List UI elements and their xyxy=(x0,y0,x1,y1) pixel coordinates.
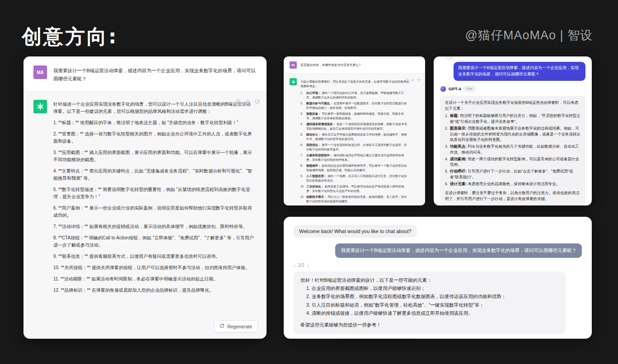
list-item: 2. 图形展示: 用图形或者图像来直观地展示业务数字化的过程或结果。例如，可以画… xyxy=(445,126,581,143)
list-item: 6. **用户案例：** 展示一些企业或行业的实际案例，说明应用是如何帮助他们实… xyxy=(53,205,254,219)
list-item: 6. 设计元素: 考虑使用企业的品牌颜色，保持整体设计简洁而专业。 xyxy=(445,181,581,187)
chatgpt-large-panel: MA 我需要设计一个B端运营活动弹窗，描述内容为一个企业应用，实现业务数字化的场… xyxy=(23,56,267,339)
user-message-row: MA 我需要设计一个B端运营活动弹窗，描述内容为一个企业应用，实现业务数字化的场… xyxy=(23,56,267,91)
refresh-icon xyxy=(220,323,225,329)
bottom-chat-panel: Welcome back! What would you like to cha… xyxy=(284,217,592,339)
list-item: 4. 清晰的按钮或链接，以便用户能够快速了解更多信息或立即开始使用该应用。 xyxy=(300,309,559,317)
list-item: 10. 工业自动化： 如果涉及工业领域，可以展示自动化生产线或机器人操作的场景，… xyxy=(300,184,410,194)
assistant-intro: 针对描述一个企业应用实现业务数字化的场景，您可以设计一个引人注目且信息清晰的B端… xyxy=(53,101,254,115)
response-pagination: ‹ 2/2 › xyxy=(294,263,582,268)
page-title: 创意方向: xyxy=(22,23,118,50)
copy-icon[interactable] xyxy=(235,99,241,105)
list-item: 3. 智能设备： 可以展示一些智能设备，如物联网传感器、智能手机、智能手表等，强… xyxy=(300,112,410,121)
regenerate-button[interactable]: Regenerate xyxy=(214,320,258,332)
list-item: 4. **主要特点：** 突出应用的关键特点，比如 "无缝集成各业务流程"、"实… xyxy=(53,168,254,182)
thumbs-up-icon[interactable] xyxy=(411,78,415,82)
response-closing: 在设计弹窗时，要注意不要过于复杂，以免分散用户的注意力。保持信息的简洁明了，并引… xyxy=(445,190,581,202)
chatgpt-small-panel: MA 背景图的画面，有哪些创意方向或者元素么? 当设计弹窗的背景图时，可以考虑以… xyxy=(284,56,425,205)
list-item: 9. **联系信息：** 提供客服联系方式，以便用户有疑问或需要更多信息时可以咨… xyxy=(53,253,254,260)
list-item: 2. **背景图：** 选择一张与数字化转型相关的图片，例如企业办公环境中工作的… xyxy=(53,131,254,145)
gpt4-bot-avatar-icon xyxy=(440,86,446,92)
bot-header: GPT-4 Poe xyxy=(440,86,585,92)
copy-icon[interactable] xyxy=(405,78,409,82)
search-web-gpt4-button[interactable]: search web and ask GPT-4 xyxy=(336,338,418,339)
list-item: 1. 标题: 简洁明了的标题能够吸引用户的注意力，例如，"开启您的数字化转型之旅… xyxy=(445,113,581,125)
assistant-item-list: 1. 办公环境： 描绘一个现代化的办公环境，员工使用电脑、平板电脑等数字工具，强… xyxy=(300,91,410,204)
response-intro: 您好！针对B端运营活动弹窗的设计，以下是一些可能的元素： xyxy=(300,276,559,284)
assistant-intro: 当设计弹窗的背景图时，可以考虑以下创意方向和元素，以展示与数字化转型相关的场景和… xyxy=(300,79,410,89)
user-message: 背景图的画面，有哪些创意方向或者元素么? xyxy=(300,61,360,69)
list-item: 7. **活动详情：** 如果有相关的促销或活动，展示活动的具体细节，例如优惠折… xyxy=(53,223,254,230)
list-item: 1. **标题：** 使用醒目的字体，简洁明了地表达主题，如 "升级您的业务：数… xyxy=(53,119,254,126)
user-message-row: MA 背景图的画面，有哪些创意方向或者元素么? xyxy=(284,56,425,73)
thumbs-up-icon[interactable] xyxy=(245,99,251,105)
assistant-message-row: 针对描述一个企业应用实现业务数字化的场景，您可以设计一个引人注目且信息清晰的B端… xyxy=(23,91,267,339)
response-intro: 在设计一个关于企业应用实现业务数字化场景的B端运营活动弹窗时，可以考虑以下元素： xyxy=(445,100,581,112)
list-item: 2. 数据分析与可视化： 在背景中展示一组数据图表，突出数字化转型后数据分析和可… xyxy=(300,101,410,111)
list-item: 2. 业务数字化的场景图，例如数字化流程图或数字化数据图表，以便传达该应用的功能… xyxy=(300,293,559,300)
poe-badge: Poe xyxy=(463,86,475,92)
bot-response-card: 在设计一个关于企业应用实现业务数字化场景的B端运营活动弹窗时，可以考虑以下元素：… xyxy=(440,96,585,205)
slide: 创意方向: @猫仔MAoMAo | 智设 MA 我需要设计一个B端运营活动弹窗，… xyxy=(0,0,618,364)
list-item: 5. 行动呼吁: 引导用户进行下一步行动，比如"点击了解更多"、"免费试用"或者… xyxy=(445,168,581,180)
user-message-bubble: 我需要设计一个B端运营活动弹窗，描述内容为一个企业应用，实现业务数字化的场景，请… xyxy=(454,62,585,81)
response-item-list: 1. 企业应用的界面截图或图标，以便用户能够快速识别；2. 业务数字化的场景图，… xyxy=(300,285,559,317)
list-item: 1. 企业应用的界面截图或图标，以便用户能够快速识别； xyxy=(300,285,559,292)
list-item: 3. 功能亮点: 列出与业务数字化相关的几个关键功能，比如数据分析、自动化工作流… xyxy=(445,144,581,155)
list-item: 9. 人工智能应用： 描绘一个场景，员工与人工智能助手进行交互，突出数字化转型后… xyxy=(300,174,410,183)
bot-response-card: 您好！针对B端运营活动弹窗的设计，以下是一些可能的元素： 1. 企业应用的界面截… xyxy=(294,271,566,334)
assistant-message-row: 当设计弹窗的背景图时，可以考虑以下创意方向和元素，以展示与数字化转型相关的场景和… xyxy=(284,73,425,205)
list-item: 10. **关闭按钮：** 提供关闭弹窗的按钮，让用户可以选择暂时不参与活动，但… xyxy=(53,264,254,271)
chatgpt-logo-icon xyxy=(290,78,297,85)
list-item: 11. **活动期限：** 如果活动有时间限制，务必在弹窗中明确显示活动的起止日… xyxy=(53,275,254,283)
list-item: 11. 创新技术展示： 可以引入一些未来科技的元素，如虚拟键盘、无人机等，突出数… xyxy=(300,195,410,204)
user-message-bubble: 我需要设计一个B端运营活动弹窗，描述内容为一个企业应用，实现业务数字化的场景，请… xyxy=(335,243,582,258)
user-avatar: MA xyxy=(290,61,297,69)
list-item: 8. **CTA按钮：** 明确的Call to Action按钮，例如 "立即… xyxy=(53,234,254,249)
response-closing: 希望这些元素能够为您提供一些参考！ xyxy=(300,321,559,329)
bot-name: GPT-4 xyxy=(449,86,461,91)
list-item: 4. 成功案例: 简述一两个成功的数字化转型案例，可以是具体的公司或者是行业范例… xyxy=(445,156,581,168)
user-message: 我需要设计一个B端运营活动弹窗，描述内容为一个企业应用，实现业务数字化的场景，请… xyxy=(53,65,257,83)
response-item-list: 1. 标题: 简洁明了的标题能够吸引用户的注意力，例如，"开启您的数字化转型之旅… xyxy=(445,113,581,187)
list-item: 12. **品牌标识：** 在弹窗的角落或底部加入您的企业品牌标识，提升品牌曝光… xyxy=(53,287,254,294)
list-item: 8. 智能城市： 如果您的企业应用与城市发展有关，可以展示一个数字化转型后的智能… xyxy=(300,163,410,173)
list-item: 3. 引人注目的标题和短语，例如“数字化管理，轻松高效”、“一键实现数字化转型”… xyxy=(300,301,559,309)
user-avatar: MA xyxy=(33,65,47,79)
assistant-item-list: 1. **标题：** 使用醒目的字体，简洁明了地表达主题，如 "升级您的业务：数… xyxy=(53,119,254,294)
chatgpt-logo-icon xyxy=(33,100,47,113)
list-item: 5. **数字化转型描述：** 简要说明数字化转型的重要性，例如 "从繁琐的纸质… xyxy=(53,186,254,201)
chevron-right-icon[interactable]: › xyxy=(307,263,309,268)
list-item: 7. 云服务和远程协作： 描绘团队成员在不同地点通过云服务进行远程协作的场景，突… xyxy=(300,153,410,163)
thumbs-down-icon[interactable] xyxy=(254,99,260,105)
poe-panel: 我需要设计一个B端运营活动弹窗，描述内容为一个企业应用，实现业务数字化的场景，请… xyxy=(434,56,592,205)
list-item: 5. 移动办公： 描绘员工在不同地点使用移动设备工作的场景，如在咖啡厅、旅途中等… xyxy=(300,132,410,142)
regenerate-label: Regenerate xyxy=(227,324,252,329)
list-item: 3. **应用截图：** 插入应用的界面截图，展示应用的界面和功能。可以在弹窗中… xyxy=(53,149,254,163)
page-indicator: 2/2 xyxy=(298,263,304,268)
chat-footer: answer again search web and ask GPT-4 xyxy=(294,338,582,339)
list-item: 6. 流程优化： 展示一个业务流程的改进过程，从传统手工流程到数字化流程，突出数… xyxy=(300,143,410,152)
chevron-left-icon[interactable]: ‹ xyxy=(294,263,295,268)
thumbs-down-icon[interactable] xyxy=(417,78,421,82)
list-item: 1. 办公环境： 描绘一个现代化的办公环境，员工使用电脑、平板电脑等数字工具，强… xyxy=(300,91,410,100)
clipped-previous-bubble xyxy=(445,56,454,60)
author-credit: @猫仔MAoMAo | 智设 xyxy=(465,27,593,43)
list-item: 4. 虚拟现实或增强现实： 创造一个虚拟现实或增强现实的场景，将数字化技术与实际… xyxy=(300,122,410,131)
bot-greeting-bubble: Welcome back! What would you like to cha… xyxy=(294,225,417,238)
